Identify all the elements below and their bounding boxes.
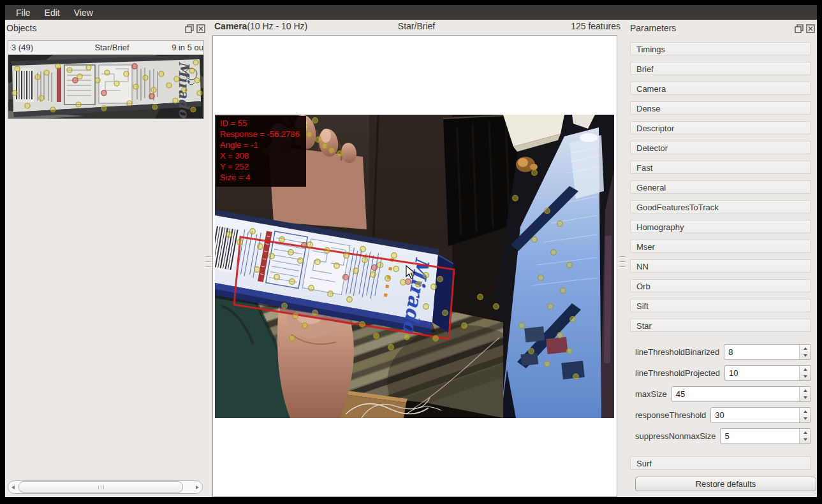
splitter-camera-parameters[interactable] bbox=[620, 255, 625, 269]
maxsize-spinbox[interactable]: 45 bbox=[672, 386, 811, 402]
linethresholdbinarized-spinbox[interactable]: 8 bbox=[724, 344, 811, 360]
object-detector: Star/Brief bbox=[66, 43, 158, 52]
object-item[interactable]: 3 (49) Star/Brief 9 in 5 ou bbox=[8, 40, 204, 119]
app-window: File Edit View Objects 3 (49) Star/Brief… bbox=[5, 5, 817, 497]
param-row-responsethreshold: responseThreshold 30 bbox=[635, 407, 811, 423]
spin-down-icon[interactable] bbox=[804, 438, 807, 441]
spin-down-icon[interactable] bbox=[804, 396, 807, 399]
feature-info-overlay: ID = 55 Response = -56.2786 Angle = -1 X… bbox=[216, 116, 306, 187]
linethresholdprojected-spinbox[interactable]: 10 bbox=[724, 365, 811, 381]
suppressnonmaxsize-spinbox[interactable]: 5 bbox=[720, 428, 811, 444]
section-detector[interactable]: Detector bbox=[630, 141, 811, 154]
object-item-header: 3 (49) Star/Brief 9 in 5 ou bbox=[8, 41, 203, 55]
parameters-float-icon[interactable] bbox=[795, 24, 804, 33]
param-label: maxSize bbox=[635, 389, 672, 399]
objects-float-icon[interactable] bbox=[185, 24, 194, 33]
mouse-cursor-icon bbox=[406, 265, 416, 282]
spin-up-icon[interactable] bbox=[804, 368, 807, 371]
param-row-maxsize: maxSize 45 bbox=[635, 386, 811, 402]
camera-detector-label: Star/Brief bbox=[321, 21, 512, 31]
camera-features-count: 125 features bbox=[518, 21, 620, 31]
spin-up-icon[interactable] bbox=[804, 410, 807, 413]
overlay-size: Size = 4 bbox=[220, 172, 300, 183]
scroll-right-arrow[interactable] bbox=[193, 481, 202, 493]
spin-value: 45 bbox=[672, 389, 685, 399]
section-brief[interactable]: Brief bbox=[630, 62, 811, 75]
object-thumbnail[interactable]: Mirado bbox=[8, 55, 203, 119]
param-label: suppressNonmaxSize bbox=[635, 431, 720, 441]
section-fast[interactable]: Fast bbox=[630, 161, 811, 174]
camera-view[interactable]: Mirado ID = 55 Response = bbox=[215, 115, 614, 418]
overlay-response: Response = -56.2786 bbox=[220, 129, 300, 140]
spin-up-icon[interactable] bbox=[804, 431, 807, 434]
spin-value: 8 bbox=[724, 347, 733, 357]
scroll-left-arrow[interactable] bbox=[8, 481, 18, 493]
spin-up-icon[interactable] bbox=[804, 347, 807, 350]
splitter-objects-camera[interactable] bbox=[206, 255, 211, 269]
section-orb[interactable]: Orb bbox=[630, 279, 811, 292]
section-surf[interactable]: Surf bbox=[630, 456, 811, 470]
spin-down-icon[interactable] bbox=[804, 354, 807, 357]
parameters-close-icon[interactable] bbox=[806, 24, 815, 33]
overlay-angle: Angle = -1 bbox=[220, 140, 300, 150]
overlay-x: X = 308 bbox=[220, 150, 300, 161]
spin-down-icon[interactable] bbox=[804, 417, 807, 420]
param-row-suppressnonmaxsize: suppressNonmaxSize 5 bbox=[635, 428, 811, 444]
section-goodfeaturestotrack[interactable]: GoodFeaturesToTrack bbox=[630, 200, 811, 213]
section-homography[interactable]: Homography bbox=[630, 220, 811, 233]
section-timings[interactable]: Timings bbox=[630, 42, 811, 55]
object-id: 3 (49) bbox=[8, 43, 66, 52]
menu-bar: File Edit View bbox=[5, 5, 817, 20]
objects-close-icon[interactable] bbox=[196, 24, 205, 33]
spin-value: 5 bbox=[721, 431, 729, 441]
overlay-y: Y = 252 bbox=[220, 161, 300, 172]
param-row-linethresholdprojected: lineThresholdProjected 10 bbox=[635, 365, 811, 381]
section-star[interactable]: Star bbox=[630, 319, 811, 332]
responsethreshold-spinbox[interactable]: 30 bbox=[710, 407, 811, 423]
scroll-thumb[interactable] bbox=[18, 481, 183, 493]
object-status: 9 in 5 ou bbox=[158, 43, 203, 52]
section-camera[interactable]: Camera bbox=[630, 82, 811, 95]
objects-hscrollbar[interactable] bbox=[8, 480, 203, 494]
menu-view[interactable]: View bbox=[67, 6, 100, 19]
section-sift[interactable]: Sift bbox=[630, 299, 811, 312]
restore-defaults-button[interactable]: Restore defaults bbox=[635, 477, 816, 491]
param-label: lineThresholdProjected bbox=[635, 368, 724, 378]
spin-down-icon[interactable] bbox=[804, 375, 807, 378]
section-nn[interactable]: NN bbox=[630, 259, 811, 273]
param-row-linethresholdbinarized: lineThresholdBinarized 8 bbox=[635, 344, 811, 360]
param-label: responseThreshold bbox=[635, 410, 710, 420]
section-dense[interactable]: Dense bbox=[630, 101, 811, 115]
section-general[interactable]: General bbox=[630, 180, 811, 194]
camera-title: Camera bbox=[214, 21, 247, 31]
spin-up-icon[interactable] bbox=[804, 389, 807, 392]
camera-panel-title: Camera(10 Hz - 10 Hz) bbox=[214, 21, 307, 31]
spin-value: 30 bbox=[711, 410, 724, 420]
spin-value: 10 bbox=[725, 368, 738, 378]
param-label: lineThresholdBinarized bbox=[635, 347, 724, 357]
fist bbox=[277, 302, 354, 418]
menu-edit[interactable]: Edit bbox=[38, 6, 67, 19]
menu-file[interactable]: File bbox=[9, 6, 38, 19]
parameters-panel-title: Parameters bbox=[630, 23, 676, 33]
section-descriptor[interactable]: Descriptor bbox=[630, 121, 811, 134]
objects-panel-title: Objects bbox=[6, 23, 36, 33]
overlay-id: ID = 55 bbox=[220, 118, 300, 129]
camera-rate: (10 Hz - 10 Hz) bbox=[247, 21, 307, 31]
section-mser[interactable]: Mser bbox=[630, 240, 811, 253]
